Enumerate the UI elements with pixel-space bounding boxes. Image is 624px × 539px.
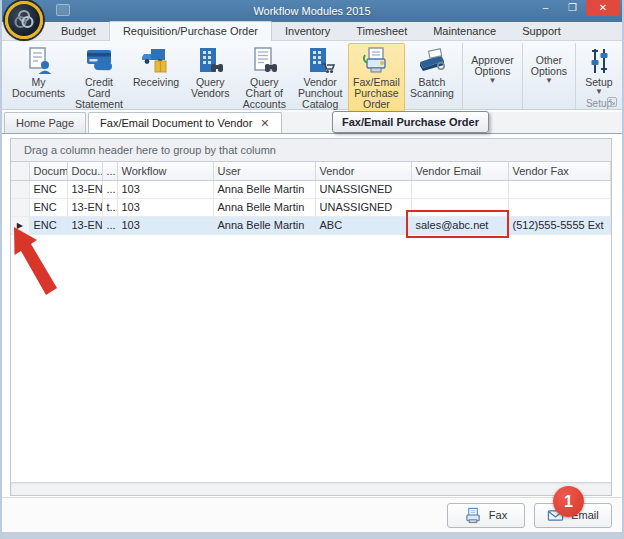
ribbon-group-label	[466, 95, 519, 109]
close-tab-icon[interactable]: ✕	[260, 119, 269, 128]
truck-box-icon	[141, 46, 171, 76]
credit-card-statement-label: Credit Card Statement	[75, 77, 123, 110]
table-cell: ENC	[29, 180, 67, 198]
chevron-down-icon: ▼	[489, 77, 497, 85]
table-cell	[508, 180, 611, 198]
row-indicator	[11, 180, 29, 198]
other-options-label: Other Options	[531, 55, 567, 77]
row-indicator	[11, 198, 29, 216]
ribbon-group-label: Setup	[579, 98, 619, 109]
query-vendors-button[interactable]: Query Vendors	[184, 43, 236, 112]
fax-button-label: Fax	[489, 509, 507, 521]
fax-email-purchase-order-button[interactable]: Fax/Email Purchase Order	[348, 43, 405, 112]
ribbon-tab-timesheet[interactable]: Timesheet	[343, 22, 420, 40]
column-header-[interactable]: ...	[102, 162, 117, 180]
app-logo-icon[interactable]	[5, 1, 43, 39]
table-row[interactable]: ENC13-EN...t...103Anna Belle MartinUNASS…	[11, 198, 611, 216]
ribbon-group-g1: Approver Options ▼	[465, 43, 523, 109]
my-documents-button[interactable]: My Documents	[7, 43, 70, 112]
ledger-binoculars-icon	[249, 46, 279, 76]
credit-card-statement-button[interactable]: Credit Card Statement	[70, 43, 128, 112]
fax-button[interactable]: Fax	[447, 503, 525, 528]
maximize-button[interactable]: ❐	[559, 0, 586, 16]
vendor-punchout-catalog-button[interactable]: Vendor Punchout Catalog	[292, 43, 348, 112]
approver-options-button[interactable]: Approver Options ▼	[466, 43, 519, 95]
scanner-icon	[417, 46, 447, 76]
quick-access-menu-icon[interactable]	[56, 4, 70, 16]
column-header-docum[interactable]: Docum...	[29, 162, 67, 180]
documents-grid-panel: Drag a column header here to group by th…	[10, 138, 612, 496]
ribbon-tab-requisition-purchase-order[interactable]: Requisition/Purchase Order	[109, 21, 272, 41]
ribbon-group-g2: Other Options ▼	[525, 43, 576, 109]
column-header-vendor-email[interactable]: Vendor Email	[411, 162, 508, 180]
column-header-user[interactable]: User	[213, 162, 315, 180]
ribbon-tab-inventory[interactable]: Inventory	[272, 22, 343, 40]
table-cell: 103	[117, 198, 213, 216]
ribbon: My DocumentsCredit Card StatementReceivi…	[2, 41, 622, 110]
ribbon-group-setup: Setup▼Setup	[578, 43, 620, 109]
horizontal-scrollbar[interactable]	[11, 482, 611, 495]
annotation-step-badge: 1	[553, 486, 584, 517]
window-title: Workflow Modules 2015	[0, 5, 624, 17]
fax-icon	[465, 507, 482, 524]
building-cart-icon	[305, 46, 335, 76]
chevron-down-icon: ▼	[595, 88, 603, 96]
ribbon-tab-maintenance[interactable]: Maintenance	[420, 22, 509, 40]
table-cell: 103	[117, 180, 213, 198]
credit-card-icon	[84, 46, 114, 76]
table-cell: t...	[102, 198, 117, 216]
ribbon-tab-support[interactable]: Support	[509, 22, 574, 40]
doc-tab-home-page[interactable]: Home Page	[4, 112, 86, 133]
table-cell: Anna Belle Martin	[213, 198, 315, 216]
minimize-button[interactable]: –	[532, 0, 559, 16]
column-header-workflow[interactable]: Workflow	[117, 162, 213, 180]
table-cell: 13-EN...	[67, 198, 102, 216]
table-cell: 13-EN...	[67, 180, 102, 198]
group-by-drop-area[interactable]: Drag a column header here to group by th…	[11, 139, 611, 162]
document-tab-bar: Home PageFax/Email Document to Vendor✕	[2, 112, 622, 134]
ribbon-tab-row: BudgetRequisition/Purchase OrderInventor…	[2, 22, 622, 41]
dialog-launcher-icon[interactable]	[607, 97, 617, 107]
table-cell: (512)555-5555 Ext	[508, 216, 611, 234]
setup-button[interactable]: Setup▼	[579, 43, 619, 98]
document-user-icon	[24, 46, 54, 76]
batch-scanning-button[interactable]: Batch Scanning	[405, 43, 459, 112]
row-indicator-header	[11, 162, 29, 180]
table-cell: ABC	[315, 216, 411, 234]
building-binoculars-icon	[195, 46, 225, 76]
receiving-label: Receiving	[133, 77, 179, 88]
documents-table: Docum...Docu......WorkflowUserVendorVend…	[11, 162, 611, 235]
table-cell: ENC	[29, 198, 67, 216]
table-cell: ...	[102, 180, 117, 198]
query-vendors-label: Query Vendors	[189, 77, 231, 99]
doc-tab-label: Fax/Email Document to Vendor	[100, 117, 252, 129]
query-chart-of-accounts-button[interactable]: Query Chart of Accounts	[236, 43, 292, 112]
table-row[interactable]: ▶ENC13-EN......103Anna Belle MartinABCsa…	[11, 216, 611, 234]
title-bar: Workflow Modules 2015 – ❐ ✕	[0, 0, 624, 22]
close-button[interactable]: ✕	[586, 0, 620, 16]
other-options-button[interactable]: Other Options ▼	[526, 43, 572, 95]
tooltip: Fax/Email Purchase Order	[332, 111, 489, 133]
table-cell: UNASSIGNED	[315, 180, 411, 198]
chevron-down-icon: ▼	[545, 77, 553, 85]
ribbon-group-label	[526, 95, 572, 109]
fax-document-icon	[361, 46, 391, 76]
sliders-icon	[584, 46, 614, 76]
vendor-punchout-catalog-label: Vendor Punchout Catalog	[297, 77, 343, 110]
table-cell: 103	[117, 216, 213, 234]
column-header-vendor[interactable]: Vendor	[315, 162, 411, 180]
table-row[interactable]: ENC13-EN......103Anna Belle MartinUNASSI…	[11, 180, 611, 198]
ribbon-tab-budget[interactable]: Budget	[48, 22, 109, 40]
approver-options-label: Approver Options	[471, 55, 514, 77]
column-header-vendor-fax[interactable]: Vendor Fax	[508, 162, 611, 180]
table-cell: UNASSIGNED	[315, 198, 411, 216]
table-cell: ...	[102, 216, 117, 234]
table-cell	[508, 198, 611, 216]
doc-tab-fax-email-document-to-vendor[interactable]: Fax/Email Document to Vendor✕	[88, 112, 281, 133]
my-documents-label: My Documents	[12, 77, 65, 99]
query-chart-of-accounts-label: Query Chart of Accounts	[241, 77, 287, 110]
app-window: Workflow Modules 2015 – ❐ ✕ BudgetRequis…	[0, 0, 624, 539]
table-cell: Anna Belle Martin	[213, 180, 315, 198]
column-header-docu[interactable]: Docu...	[67, 162, 102, 180]
receiving-button[interactable]: Receiving	[128, 43, 184, 112]
